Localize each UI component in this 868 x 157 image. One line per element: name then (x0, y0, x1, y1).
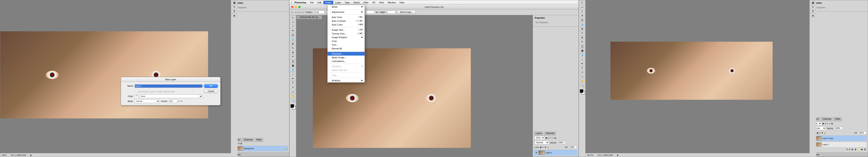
eraser-tool[interactable]: ◫ (579, 44, 585, 48)
fx-icon[interactable]: fx (849, 148, 850, 151)
layer-0[interactable]: 👁 Layer 0 (811, 142, 867, 148)
opacity-input[interactable] (834, 127, 842, 130)
type-tool[interactable]: T (579, 66, 585, 70)
heal-tool[interactable]: ⊕ (290, 42, 296, 46)
shape-tool[interactable]: ▭ (579, 75, 585, 79)
color-select[interactable]: None (139, 94, 203, 98)
mask-icon[interactable]: ◐ (851, 148, 853, 151)
text-icon[interactable]: ¶ (231, 9, 237, 13)
zoom-tool[interactable]: 🔍 (290, 98, 296, 103)
layers-tab[interactable]: Layers (534, 131, 544, 135)
menu-file[interactable]: File (308, 1, 315, 4)
brush-icon[interactable]: ✎ (231, 5, 237, 9)
document-tab[interactable]: × DSC62788.JPG @... (297, 15, 322, 19)
menu-item-calculations-[interactable]: Calculations... (328, 59, 365, 63)
marquee-tool[interactable]: ▭ (579, 5, 585, 9)
brush-tool[interactable]: ✎ (290, 46, 296, 50)
channels-tab[interactable]: Channels (242, 138, 254, 142)
mode-select[interactable]: Normal (135, 99, 160, 103)
timeline-tab[interactable]: Timeline (810, 153, 868, 157)
menu-view[interactable]: View (377, 1, 385, 4)
menu-item-image-rotation[interactable]: Image Rotation▶ (328, 35, 365, 39)
menu-item-analysis[interactable]: Analysis▶ (328, 79, 365, 82)
dodge-tool[interactable]: ○ (579, 57, 585, 62)
hand-tool[interactable]: ✋ (290, 94, 296, 98)
layer-name[interactable]: Layer 0 (546, 152, 552, 154)
crop-tool[interactable]: ⊡ (579, 18, 585, 22)
channels-tab[interactable]: Channels (544, 131, 556, 135)
marquee-icons[interactable]: ▭ ▢ ▭ ▭ (295, 11, 304, 13)
move-tool[interactable]: ↖ (290, 15, 296, 20)
layer-background[interactable]: 👁 Background 🔒 (232, 146, 288, 151)
visibility-icon[interactable]: 👁 (535, 152, 538, 154)
menu-photoshop[interactable]: Photoshop (293, 1, 308, 4)
eyedropper-tool[interactable]: 💧 (579, 23, 585, 27)
blur-tool[interactable]: 💧 (290, 68, 296, 72)
opacity-input[interactable] (557, 141, 565, 144)
menu-item-reveal-all[interactable]: Reveal All (328, 47, 365, 50)
marquee-tool[interactable]: ▭ (290, 20, 296, 24)
menu-type[interactable]: Type (343, 1, 351, 4)
layer-name[interactable]: Layer 0 (823, 144, 829, 146)
menu-item-apply-image-[interactable]: Apply Image... (328, 55, 365, 59)
wand-tool[interactable]: ✦ (579, 14, 585, 18)
properties-tab[interactable]: Properties (811, 1, 867, 5)
menu-item-mode[interactable]: Mode▶ (328, 5, 365, 9)
menu-item-auto-contrast[interactable]: Auto Contrast⌥⇧⌘L (328, 19, 365, 23)
ok-button[interactable]: OK (204, 84, 218, 88)
menu-edit[interactable]: Edit (316, 1, 323, 4)
layer-0[interactable]: 👁 Layer 0 (534, 150, 578, 156)
folder-icon[interactable]: 📁 (858, 148, 860, 151)
width-input[interactable] (366, 10, 375, 14)
apple-menu[interactable]:  (291, 1, 292, 4)
zoom-level[interactable]: 100% (2, 154, 7, 156)
brush-tool[interactable]: ✎ (579, 31, 585, 35)
filter-kind[interactable]: Kind (535, 136, 545, 140)
shape-tool[interactable]: ▭ (290, 90, 296, 94)
stamp-tool[interactable]: ⊛ (579, 35, 585, 40)
eraser-tool[interactable]: ◫ (290, 59, 296, 63)
lasso-tool[interactable]: ⌇ (579, 9, 585, 13)
clone-icon[interactable]: ⊕ (810, 14, 816, 18)
menu-item-crop[interactable]: Crop (328, 39, 365, 43)
pen-tool[interactable]: ✒ (290, 77, 296, 81)
paths-tab[interactable]: Paths (255, 138, 264, 142)
close-window[interactable] (291, 6, 293, 8)
refine-edge-button[interactable]: Refine Edge... (397, 10, 416, 14)
fill-input[interactable] (858, 131, 866, 134)
pen-tool[interactable]: ✒ (579, 62, 585, 66)
new-layer-icon[interactable]: ▣ (861, 148, 863, 151)
clone-icon[interactable]: ⊕ (231, 14, 237, 18)
menu-item-auto-color[interactable]: Auto Color⇧⌘B (328, 23, 365, 27)
blur-tool[interactable]: 💧 (579, 53, 585, 57)
stamp-tool[interactable]: ⊛ (290, 50, 296, 54)
menu-item-adjustments[interactable]: Adjustments▶ (328, 10, 365, 14)
dodge-tool[interactable]: ○ (290, 72, 296, 76)
link-icon[interactable]: ⧉ (846, 148, 848, 151)
layer-name-input[interactable] (135, 84, 203, 88)
gradient-tool[interactable]: ▦ (579, 48, 585, 53)
eyedropper-tool[interactable]: 💧 (290, 37, 296, 41)
zoom-level[interactable]: 86.67% (587, 154, 594, 156)
foreground-swatch[interactable] (580, 89, 583, 93)
menu-help[interactable]: Help (398, 1, 406, 4)
menu-image[interactable]: Image (323, 1, 333, 4)
menu-item-trim-[interactable]: Trim... (328, 43, 365, 47)
layer-name[interactable]: Background (244, 148, 254, 150)
text-icon[interactable]: ¶ (810, 9, 816, 13)
minimize-window[interactable] (295, 6, 297, 8)
trash-icon[interactable]: 🗑 (864, 148, 866, 151)
layer-0-copy[interactable]: 👁 Layer 0 copy (811, 135, 867, 141)
tool-preset-icon[interactable]: ▭ (291, 11, 293, 13)
swatches-icon[interactable]: ▦ (810, 1, 816, 5)
wand-tool[interactable]: ✦ (290, 29, 296, 33)
channels-tab[interactable]: Channels (821, 117, 833, 121)
timeline-tab[interactable]: Timeline (231, 153, 289, 157)
heal-tool[interactable]: ⊕ (579, 27, 585, 31)
brush-icon[interactable]: ✎ (810, 5, 816, 9)
menu-layer[interactable]: Layer (334, 1, 343, 4)
foreground-swatch[interactable] (290, 104, 294, 108)
feather-input[interactable] (314, 10, 324, 14)
height-input[interactable] (387, 10, 396, 14)
hand-tool[interactable]: ✋ (579, 79, 585, 83)
